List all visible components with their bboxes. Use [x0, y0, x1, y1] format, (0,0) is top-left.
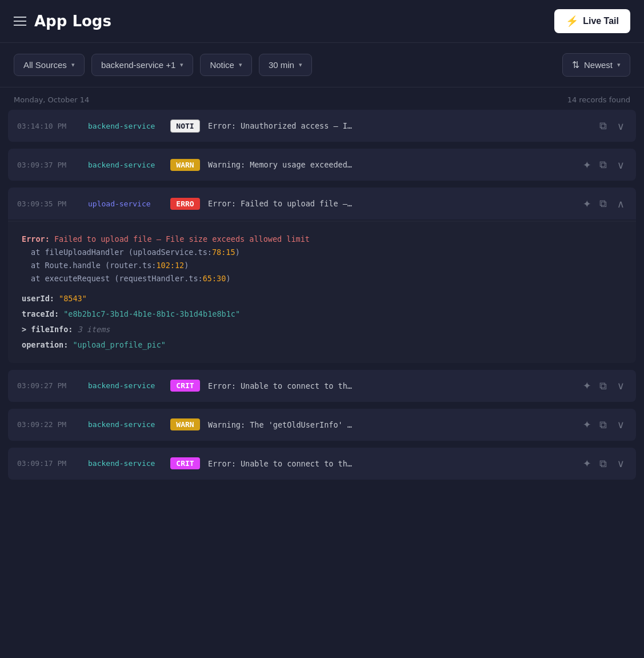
- log-level-badge: WARN: [170, 418, 200, 430]
- log-detail-panel: Error: Failed to upload file – File size…: [8, 221, 636, 363]
- expand-icon[interactable]: ∨: [615, 158, 627, 172]
- stack-line: at executeRequest (requestHandler.ts:65:…: [22, 272, 622, 285]
- stack-line: at fileUploadHandler (uploadService.ts:7…: [22, 246, 622, 259]
- time-filter[interactable]: 30 min ▾: [259, 54, 312, 76]
- log-level-badge: CRIT: [170, 380, 200, 392]
- time-label: 30 min: [269, 60, 294, 70]
- level-label: Notice: [210, 60, 234, 70]
- file-ref: 65:30: [203, 274, 226, 283]
- log-level-badge: WARN: [170, 159, 200, 171]
- log-time: 03:09:35 PM: [17, 200, 80, 208]
- date-row: Monday, October 14 14 records found: [0, 87, 644, 110]
- log-actions: ✦ ⧉ ∧: [583, 196, 627, 211]
- log-separator: [8, 364, 636, 369]
- ai-sparkle-icon[interactable]: ✦: [583, 198, 591, 210]
- log-actions: ✦ ⧉ ∨: [583, 157, 627, 172]
- level-filter[interactable]: Notice ▾: [200, 54, 252, 76]
- stack-line: at Route.handle (router.ts:102:12): [22, 259, 622, 272]
- log-row[interactable]: 03:09:22 PM backend-service WARN Warning…: [8, 409, 636, 441]
- file-ref: 102:12: [156, 261, 184, 270]
- log-actions: ✦ ⧉ ∨: [583, 456, 627, 471]
- ai-sparkle-icon[interactable]: ✦: [583, 380, 591, 392]
- log-row[interactable]: 03:09:27 PM backend-service CRIT Error: …: [8, 370, 636, 402]
- error-keyword: Error:: [22, 234, 50, 244]
- ai-sparkle-icon[interactable]: ✦: [583, 457, 591, 469]
- log-separator: [8, 182, 636, 186]
- sources-label: All Sources: [23, 60, 67, 70]
- log-level-badge: ERRO: [170, 198, 200, 210]
- app-header: App Logs ⚡ Live Tail: [0, 0, 644, 43]
- field-value: "8543": [59, 294, 87, 303]
- field-label: operation:: [22, 340, 68, 349]
- sort-filter[interactable]: ⇅ Newest ▾: [562, 53, 630, 77]
- log-level-badge: NOTI: [170, 119, 200, 133]
- chevron-down-icon: ▾: [617, 61, 621, 69]
- log-service: backend-service: [88, 381, 162, 390]
- sources-filter[interactable]: All Sources ▾: [14, 54, 85, 76]
- copy-icon[interactable]: ⧉: [597, 118, 609, 133]
- record-count: 14 records found: [567, 95, 630, 104]
- expand-icon[interactable]: ∨: [615, 417, 627, 432]
- field-line: traceId: "e8b2b1c7-3b1d-4b1e-8b1c-3b1d4b…: [22, 308, 622, 321]
- field-value: "upload_profile_pic": [73, 340, 166, 349]
- log-service: backend-service: [88, 122, 162, 130]
- ai-sparkle-icon[interactable]: ✦: [583, 159, 591, 171]
- log-separator: [8, 403, 636, 408]
- log-message: Error: Failed to upload file –…: [208, 199, 575, 208]
- app-title: App Logs: [34, 13, 111, 30]
- log-row[interactable]: 03:09:37 PM backend-service WARN Warning…: [8, 149, 636, 181]
- log-time: 03:09:37 PM: [17, 161, 80, 169]
- field-line: > fileInfo: 3 items: [22, 323, 622, 336]
- chevron-down-icon: ▾: [299, 61, 302, 69]
- log-level-badge: CRIT: [170, 457, 200, 469]
- field-value: "e8b2b1c7-3b1d-4b1e-8b1c-3b1d4b1e8b1c": [63, 309, 240, 318]
- copy-icon[interactable]: ⧉: [597, 378, 609, 393]
- field-label: traceId:: [22, 309, 59, 318]
- copy-icon[interactable]: ⧉: [597, 196, 609, 211]
- copy-icon[interactable]: ⧉: [597, 417, 609, 432]
- log-service: upload-service: [88, 200, 162, 208]
- log-time: 03:09:27 PM: [17, 381, 80, 390]
- service-filter[interactable]: backend-service +1 ▾: [91, 54, 194, 76]
- log-message: Warning: The 'getOldUserInfo' …: [208, 420, 575, 429]
- service-label: backend-service +1: [101, 60, 176, 70]
- log-row[interactable]: 03:09:35 PM upload-service ERRO Error: F…: [8, 188, 636, 220]
- live-tail-label: Live Tail: [583, 16, 619, 26]
- expand-icon[interactable]: ∨: [615, 378, 627, 393]
- log-time: 03:09:17 PM: [17, 459, 80, 468]
- live-tail-button[interactable]: ⚡ Live Tail: [554, 9, 630, 33]
- field-expand-icon[interactable]: > fileInfo:: [22, 325, 73, 334]
- log-message: Warning: Memory usage exceeded…: [208, 160, 575, 169]
- log-actions: ✦ ⧉ ∨: [583, 378, 627, 393]
- field-line: operation: "upload_profile_pic": [22, 338, 622, 352]
- log-message: Error: Unable to connect to th…: [208, 381, 575, 390]
- sort-label: Newest: [584, 60, 613, 70]
- log-message: Error: Unauthorized access – I…: [208, 121, 589, 130]
- expand-icon[interactable]: ∨: [615, 119, 627, 133]
- field-value: 3 items: [78, 325, 110, 334]
- header-left: App Logs: [14, 13, 111, 30]
- log-message: Error: Unable to connect to th…: [208, 459, 575, 468]
- log-actions: ✦ ⧉ ∨: [583, 417, 627, 432]
- copy-icon[interactable]: ⧉: [597, 456, 609, 471]
- date-label: Monday, October 14: [14, 95, 89, 104]
- lightning-icon: ⚡: [566, 15, 578, 27]
- copy-icon[interactable]: ⧉: [597, 157, 609, 172]
- collapse-icon[interactable]: ∧: [615, 197, 627, 211]
- file-ref: 78:15: [212, 248, 235, 257]
- sort-icon: ⇅: [572, 59, 579, 70]
- log-time: 03:14:10 PM: [17, 122, 80, 130]
- field-label: userId:: [22, 294, 54, 303]
- expand-icon[interactable]: ∨: [615, 456, 627, 470]
- error-line: Error: Failed to upload file – File size…: [22, 233, 622, 246]
- menu-icon[interactable]: [14, 17, 26, 26]
- chevron-down-icon: ▾: [71, 61, 75, 69]
- log-separator: [8, 442, 636, 446]
- log-service: backend-service: [88, 161, 162, 169]
- log-row[interactable]: 03:09:17 PM backend-service CRIT Error: …: [8, 448, 636, 480]
- log-service: backend-service: [88, 459, 162, 468]
- field-line: userId: "8543": [22, 292, 622, 305]
- log-time: 03:09:22 PM: [17, 420, 80, 429]
- ai-sparkle-icon[interactable]: ✦: [583, 418, 591, 430]
- log-row[interactable]: 03:14:10 PM backend-service NOTI Error: …: [8, 110, 636, 142]
